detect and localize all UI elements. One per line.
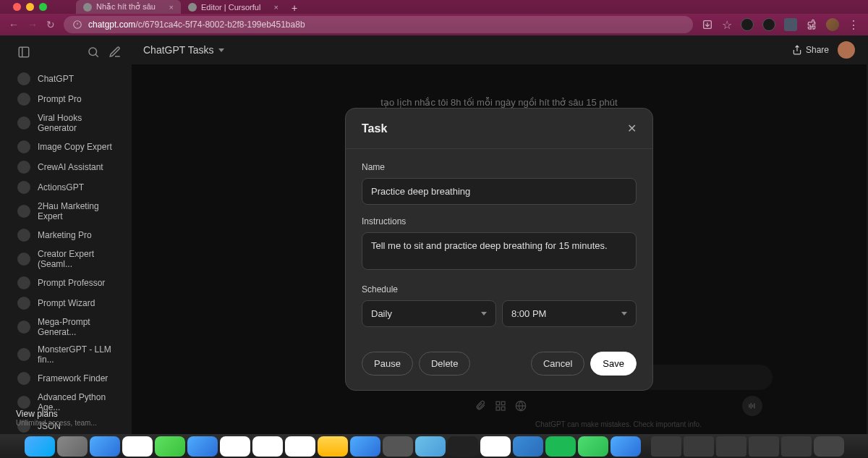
dock-folder-4[interactable] <box>749 436 779 457</box>
sidebar-item[interactable]: CrewAI Assistant <box>13 157 126 177</box>
sidebar-footer[interactable]: View plans Unlimited access, team... <box>16 409 97 427</box>
dock-app-safari[interactable] <box>90 436 120 457</box>
dock-app-slack[interactable] <box>480 436 511 457</box>
back-button[interactable]: ← <box>9 19 19 30</box>
browser-tab-1[interactable]: Nhắc hít thở sâu × <box>76 0 181 14</box>
dock-folder-2[interactable] <box>684 436 714 457</box>
model-picker[interactable]: ChatGPT Tasks <box>143 44 224 56</box>
sidebar-list: ChatGPTPrompt ProViral Hooks GeneratorIm… <box>13 69 126 434</box>
user-avatar[interactable] <box>838 41 855 59</box>
extension-2-icon[interactable] <box>762 18 775 31</box>
main-area: ChatGPT Tasks Share tạo lịch nhắc tôi 8h… <box>132 35 867 434</box>
modal-overlay[interactable]: Task ✕ Name Instructions Schedule Daily <box>132 64 867 434</box>
forward-button[interactable]: → <box>27 19 38 30</box>
save-button[interactable]: Save <box>590 352 637 376</box>
modal-footer: Pause Delete Cancel Save <box>346 340 652 390</box>
sidebar-item-label: CrewAI Assistant <box>38 162 103 172</box>
address-bar[interactable]: chatgpt.com/c/6791ca4c-5f74-8002-b2f8-19… <box>64 16 693 33</box>
dock-app-vscode[interactable] <box>513 436 543 457</box>
dock-trash[interactable] <box>814 436 844 457</box>
dock-app-launchpad[interactable] <box>57 436 88 457</box>
dock-app-calendar[interactable] <box>252 436 283 457</box>
profile-avatar-icon[interactable] <box>826 18 839 31</box>
instructions-input[interactable] <box>362 232 637 270</box>
sidebar-item-label: 2Hau Marketing Expert <box>38 201 122 221</box>
dock-app-spotify[interactable] <box>545 436 576 457</box>
tab-favicon <box>83 3 92 12</box>
chevron-down-icon <box>481 312 487 315</box>
sidebar-item[interactable]: 2Hau Marketing Expert <box>13 198 126 225</box>
dock-app-folder[interactable] <box>415 436 446 457</box>
dock-app-photos[interactable] <box>220 436 250 457</box>
sidebar-item[interactable]: MonsterGPT - LLM fin... <box>13 341 126 368</box>
search-icon[interactable] <box>87 46 100 59</box>
sidebar-item[interactable]: Marketing Pro <box>13 225 126 245</box>
bookmark-icon[interactable]: ☆ <box>722 18 732 32</box>
new-tab-button[interactable]: + <box>286 2 303 14</box>
sidebar-item-label: ActionsGPT <box>38 182 84 192</box>
tab-close-icon[interactable]: × <box>274 3 278 12</box>
sidebar-item[interactable]: Prompt Pro <box>13 89 126 109</box>
dock-folder-3[interactable] <box>716 436 746 457</box>
minimize-window-button[interactable] <box>26 3 34 11</box>
instructions-label: Instructions <box>362 216 637 226</box>
dock-app-appstore[interactable] <box>350 436 380 457</box>
sidebar-item-label: ChatGPT <box>38 74 74 84</box>
dock-app-reminders[interactable] <box>285 436 315 457</box>
sidebar-item[interactable]: Image Copy Expert <box>13 137 126 157</box>
sidebar-item[interactable]: Prompt Professor <box>13 273 126 293</box>
dock-app-generic2[interactable] <box>610 436 641 457</box>
sidebar-item[interactable]: Creator Expert (Seaml... <box>13 245 126 273</box>
share-button[interactable]: Share <box>792 45 829 55</box>
new-chat-icon[interactable] <box>109 46 122 59</box>
sidebar-item-icon <box>17 161 30 174</box>
dock-folder-5[interactable] <box>781 436 812 457</box>
sidebar-item-label: Framework Finder <box>38 373 108 383</box>
sidebar-item[interactable]: Mega-Prompt Generat... <box>13 313 126 341</box>
time-select[interactable]: 8:00 PM <box>502 300 637 327</box>
sidebar-toggle-icon[interactable] <box>17 46 30 59</box>
tab-close-icon[interactable]: × <box>169 3 174 12</box>
sidebar-item[interactable]: ChatGPT <box>13 69 126 89</box>
dock-app-chrome[interactable] <box>122 436 153 457</box>
sidebar-item[interactable]: Viral Hooks Generator <box>13 109 126 137</box>
modal-close-button[interactable]: ✕ <box>627 122 637 135</box>
dock-app-generic1[interactable] <box>578 436 608 457</box>
dock-folder-1[interactable] <box>651 436 681 457</box>
dock-app-finder[interactable] <box>25 436 55 457</box>
sidebar-item[interactable]: Framework Finder <box>13 368 126 389</box>
sidebar-item-icon <box>17 93 30 106</box>
name-input[interactable] <box>362 178 637 205</box>
sidebar-item-label: MonsterGPT - LLM fin... <box>38 344 122 365</box>
delete-button[interactable]: Delete <box>419 352 471 376</box>
sidebar-item[interactable]: Prompt Wizard <box>13 293 126 313</box>
close-window-button[interactable] <box>13 3 21 11</box>
dock-app-mail[interactable] <box>187 436 218 457</box>
sidebar-item[interactable]: ActionsGPT <box>13 177 126 198</box>
sidebar-item-icon <box>17 205 30 218</box>
sidebar-item-icon <box>17 140 30 153</box>
app-container: ChatGPTPrompt ProViral Hooks GeneratorIm… <box>7 35 867 434</box>
dock-app-terminal[interactable] <box>448 436 478 457</box>
reload-button[interactable]: ↻ <box>46 19 55 30</box>
svg-rect-2 <box>19 47 29 57</box>
extension-1-icon[interactable] <box>741 18 754 31</box>
pause-button[interactable]: Pause <box>362 352 413 376</box>
sidebar-item-icon <box>17 181 30 194</box>
tab-title: Nhắc hít thở sâu <box>96 2 156 12</box>
frequency-select[interactable]: Daily <box>362 300 496 327</box>
dock-app-messages[interactable] <box>155 436 185 457</box>
browser-tab-2[interactable]: Editor | Cursorful × <box>181 0 286 14</box>
dock-app-settings[interactable] <box>383 436 413 457</box>
dock-app-notes[interactable] <box>318 436 348 457</box>
task-modal: Task ✕ Name Instructions Schedule Daily <box>345 108 653 391</box>
extension-3-icon[interactable] <box>784 18 797 31</box>
maximize-window-button[interactable] <box>39 3 47 11</box>
sidebar-item-icon <box>17 321 30 334</box>
sidebar-item-icon <box>17 116 30 130</box>
sidebar-item-icon <box>17 276 30 289</box>
extensions-icon[interactable] <box>806 19 817 30</box>
install-app-icon[interactable] <box>702 19 713 30</box>
browser-menu-icon[interactable]: ⋮ <box>848 18 859 32</box>
cancel-button[interactable]: Cancel <box>531 352 584 376</box>
